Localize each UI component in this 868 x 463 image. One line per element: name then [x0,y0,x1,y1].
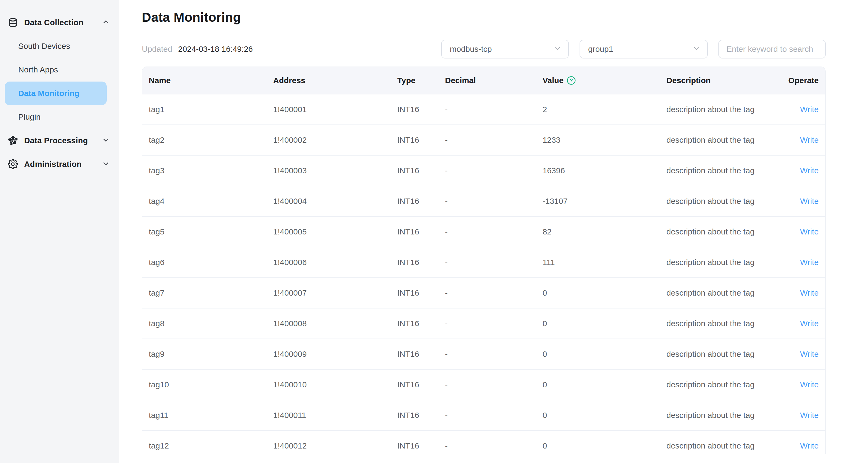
chevron-down-icon [554,45,561,54]
write-button[interactable]: Write [800,441,819,450]
cell-description: description about the tag [666,166,788,175]
sidebar: Data Collection South DevicesNorth AppsD… [0,0,119,463]
cell-operate: Write [788,258,819,267]
write-button[interactable]: Write [800,166,819,175]
table-row: tag81!400008INT16-0description about the… [142,309,825,339]
table-row: tag21!400002INT16-1233description about … [142,125,825,155]
cell-type: INT16 [397,350,445,359]
table-row: tag111!400011INT16-0description about th… [142,400,825,431]
page-title: Data Monitoring [142,9,826,26]
column-header-address: Address [273,76,397,85]
column-header-operate: Operate [788,76,819,85]
updated-info: Updated 2024-03-18 16:49:26 [142,45,253,54]
cell-description: description about the tag [666,380,788,389]
sidebar-item-data-processing[interactable]: Data Processing [0,129,119,152]
cell-description: description about the tag [666,105,788,114]
cell-address: 1!400005 [273,227,397,236]
cell-operate: Write [788,441,819,451]
cell-type: INT16 [397,227,445,236]
sidebar-item-administration[interactable]: Administration [0,152,119,176]
cell-value: 82 [542,227,666,236]
cell-name: tag9 [149,350,273,359]
cell-address: 1!400008 [273,319,397,328]
write-button[interactable]: Write [800,136,819,144]
table-row: tag101!400010INT16-0description about th… [142,370,825,400]
node-select-value: modbus-tcp [450,45,492,54]
sidebar-item-data-collection[interactable]: Data Collection [0,11,119,34]
tags-table: Name Address Type Decimal Value ? Descri… [142,66,826,454]
cell-decimal: - [445,411,542,420]
toolbar: Updated 2024-03-18 16:49:26 modbus-tcp g… [142,40,826,58]
sidebar-item-plugin[interactable]: Plugin [0,105,119,129]
cell-operate: Write [788,105,819,114]
updated-time: 2024-03-18 16:49:26 [178,45,253,54]
column-header-value: Value ? [542,76,666,85]
sidebar-submenu: South DevicesNorth AppsData MonitoringPl… [0,34,119,129]
cell-value: 2 [542,105,666,114]
cell-operate: Write [788,227,819,236]
cell-name: tag10 [149,380,273,389]
write-button[interactable]: Write [800,227,819,236]
gear-icon [7,159,18,170]
write-button[interactable]: Write [800,411,819,419]
cell-description: description about the tag [666,411,788,420]
cell-name: tag2 [149,136,273,145]
group-select[interactable]: group1 [580,40,708,58]
cell-value: 0 [542,411,666,420]
write-button[interactable]: Write [800,105,819,114]
sidebar-item-south-devices[interactable]: South Devices [0,34,119,58]
write-button[interactable]: Write [800,350,819,358]
cell-name: tag7 [149,288,273,297]
cell-address: 1!400009 [273,350,397,359]
cell-decimal: - [445,288,542,297]
cell-name: tag4 [149,197,273,206]
cell-value: 0 [542,288,666,297]
table-header: Name Address Type Decimal Value ? Descri… [142,67,825,94]
table-row: tag61!400006INT16-111description about t… [142,247,825,278]
svg-text:?: ? [570,78,573,83]
cell-decimal: - [445,441,542,451]
cell-type: INT16 [397,136,445,145]
sidebar-item-north-apps[interactable]: North Apps [0,58,119,82]
graph-icon [7,135,18,146]
cell-name: tag3 [149,166,273,175]
cell-value: 0 [542,319,666,328]
cell-address: 1!400012 [273,441,397,451]
main-content: Data Monitoring Updated 2024-03-18 16:49… [119,0,868,463]
column-header-description: Description [666,76,788,85]
write-button[interactable]: Write [800,319,819,328]
cell-value: 0 [542,380,666,389]
write-button[interactable]: Write [800,258,819,267]
cell-description: description about the tag [666,136,788,145]
node-select[interactable]: modbus-tcp [441,40,569,58]
write-button[interactable]: Write [800,288,819,297]
cell-type: INT16 [397,411,445,420]
cell-address: 1!400011 [273,411,397,420]
write-button[interactable]: Write [800,197,819,205]
updated-label: Updated [142,45,172,54]
table-row: tag41!400004INT16--13107description abou… [142,186,825,217]
cell-description: description about the tag [666,441,788,451]
cell-type: INT16 [397,288,445,297]
cell-name: tag5 [149,227,273,236]
cell-value: 16396 [542,166,666,175]
sidebar-item-data-monitoring[interactable]: Data Monitoring [5,82,107,105]
cell-decimal: - [445,136,542,145]
help-question-icon[interactable]: ? [567,76,576,85]
cell-operate: Write [788,319,819,328]
cell-description: description about the tag [666,319,788,328]
table-row: tag51!400005INT16-82description about th… [142,217,825,247]
column-header-value-label: Value [542,76,563,85]
cell-operate: Write [788,136,819,145]
sidebar-section-label: Administration [24,160,102,169]
cell-type: INT16 [397,258,445,267]
cell-operate: Write [788,197,819,206]
write-button[interactable]: Write [800,380,819,389]
column-header-type: Type [397,76,445,85]
search-input[interactable] [718,40,826,58]
cell-operate: Write [788,380,819,389]
cell-decimal: - [445,258,542,267]
group-select-value: group1 [588,45,613,54]
cell-type: INT16 [397,319,445,328]
cell-address: 1!400010 [273,380,397,389]
